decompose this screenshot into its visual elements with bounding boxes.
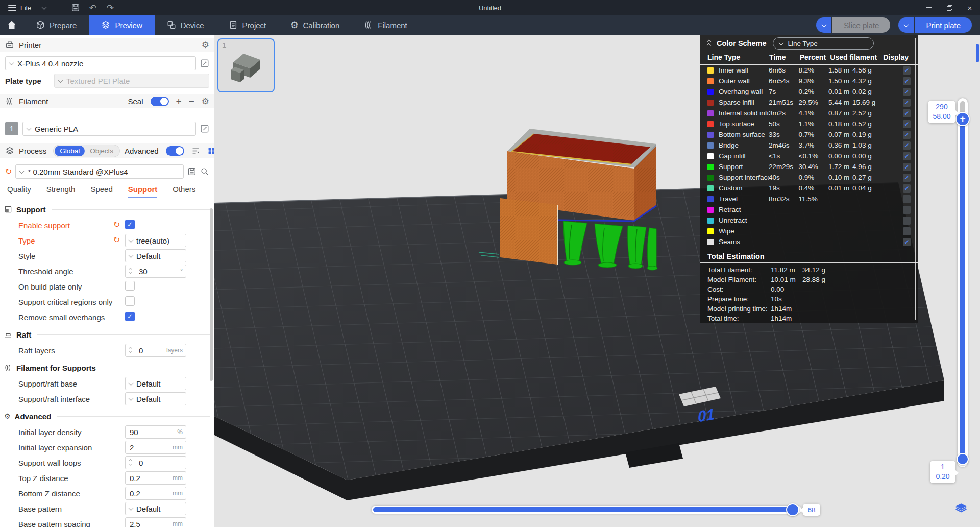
support-interface-display-checkbox[interactable]: ✓ xyxy=(903,174,911,182)
process-grid-icon[interactable] xyxy=(207,147,214,155)
step-slider-handle[interactable] xyxy=(786,503,799,516)
field-value: 0.2 xyxy=(126,489,140,498)
sparse-infill-display-checkbox[interactable]: ✓ xyxy=(903,99,911,107)
project-icon xyxy=(229,20,238,30)
tab-device[interactable]: Device xyxy=(155,15,216,35)
reset-icon[interactable]: ↻ xyxy=(113,221,120,229)
tab-filament[interactable]: Filament xyxy=(352,15,420,35)
support-raft-base-select[interactable]: Default xyxy=(125,377,186,390)
spin-arrows[interactable] xyxy=(126,347,135,353)
print-plate-button[interactable]: Print plate xyxy=(915,17,972,33)
file-menu-chevron[interactable] xyxy=(37,2,52,13)
on-build-plate-only-checkbox[interactable] xyxy=(125,281,135,291)
view-mode-select[interactable]: Line Type xyxy=(773,37,874,50)
top-z-distance-input[interactable]: 0.2mm xyxy=(125,471,186,485)
filament-slot-badge[interactable]: 1 xyxy=(5,122,18,135)
filament-edit-icon[interactable] xyxy=(200,124,209,133)
plate-thumbnail[interactable]: 1 xyxy=(217,38,275,92)
tab-prepare[interactable]: Prepare xyxy=(23,15,89,35)
restore-button[interactable] xyxy=(939,0,960,15)
spin-arrows[interactable] xyxy=(126,268,135,274)
layer-slider-bottom-handle[interactable] xyxy=(957,453,969,465)
undo-button[interactable]: ↶ xyxy=(86,2,100,13)
filament-settings-gear-icon[interactable]: ⚙ xyxy=(202,97,209,106)
overhang-wall-display-checkbox[interactable]: ✓ xyxy=(903,88,911,96)
reset-icon[interactable]: ↻ xyxy=(113,236,120,244)
support-wall-loops-stepper[interactable]: 0 xyxy=(125,456,186,469)
printer-edit-icon[interactable] xyxy=(200,59,209,68)
scope-objects[interactable]: Objects xyxy=(85,146,118,156)
process-reset-icon[interactable]: ↻ xyxy=(5,167,12,176)
redo-button[interactable]: ↷ xyxy=(103,2,117,13)
support-display-checkbox[interactable]: ✓ xyxy=(903,163,911,171)
process-tab-support[interactable]: Support xyxy=(128,185,158,198)
bottom-z-distance-input[interactable]: 0.2mm xyxy=(125,487,186,500)
print-plate-dropdown[interactable] xyxy=(898,17,914,33)
printed-model[interactable] xyxy=(479,129,657,270)
inner-wall-display-checkbox[interactable]: ✓ xyxy=(903,66,911,75)
printer-settings-gear-icon[interactable]: ⚙ xyxy=(202,41,209,50)
outer-wall-display-checkbox[interactable]: ✓ xyxy=(903,77,911,85)
support-raft-interface-select[interactable]: Default xyxy=(125,392,186,405)
tab-calibration[interactable]: ⚙Calibration xyxy=(278,15,352,35)
step-slider[interactable]: 68 xyxy=(372,506,801,514)
filament-preset-select[interactable]: Generic PLA xyxy=(22,122,196,136)
base-pattern-spacing-input[interactable]: 2.5mm xyxy=(125,517,186,527)
slice-plate-dropdown[interactable] xyxy=(816,17,831,33)
percent-value: 11.5% xyxy=(799,195,828,203)
spin-arrows[interactable] xyxy=(126,460,135,466)
custom-display-checkbox[interactable]: ✓ xyxy=(903,184,911,193)
initial-layer-expansion-input[interactable]: 2mm xyxy=(125,441,186,454)
style-select[interactable]: Default xyxy=(125,249,186,262)
seams-display-checkbox[interactable]: ✓ xyxy=(903,238,911,246)
threshold-angle-stepper[interactable]: 30° xyxy=(125,265,186,278)
panel-scrollbar[interactable] xyxy=(210,208,213,381)
seal-toggle[interactable] xyxy=(151,97,169,106)
base-pattern-select[interactable]: Default xyxy=(125,502,186,515)
save-button[interactable] xyxy=(68,2,83,13)
bridge-display-checkbox[interactable]: ✓ xyxy=(903,141,911,150)
viewport-scrollbar[interactable] xyxy=(976,44,979,62)
enable-support-checkbox[interactable]: ✓ xyxy=(125,220,135,229)
advanced-mode-toggle[interactable] xyxy=(166,146,184,156)
file-menu[interactable]: File xyxy=(5,3,34,13)
home-button[interactable] xyxy=(0,15,23,35)
layer-range-slider[interactable]: + xyxy=(958,98,968,467)
plate-type-select[interactable]: Textured PEI Plate xyxy=(54,74,209,88)
unretract-display-checkbox[interactable]: ✓ xyxy=(903,217,911,225)
scope-global[interactable]: Global xyxy=(55,146,85,156)
save-preset-icon[interactable] xyxy=(187,167,197,176)
minimize-button[interactable] xyxy=(919,0,939,15)
legend-row-retract: Retract✓ xyxy=(700,204,918,215)
remove-filament-button[interactable]: − xyxy=(189,97,194,106)
initial-layer-density-input[interactable]: 90% xyxy=(125,425,186,439)
close-button[interactable]: × xyxy=(960,0,980,15)
process-tab-strength[interactable]: Strength xyxy=(46,185,76,198)
raft-layers-stepper[interactable]: 0layers xyxy=(125,344,186,357)
tab-project[interactable]: Project xyxy=(216,15,279,35)
travel-display-checkbox[interactable]: ✓ xyxy=(903,195,911,203)
internal-solid-infill-display-checkbox[interactable]: ✓ xyxy=(903,109,911,117)
process-tab-speed[interactable]: Speed xyxy=(90,185,112,198)
bottom-surface-display-checkbox[interactable]: ✓ xyxy=(903,131,911,139)
process-tab-quality[interactable]: Quality xyxy=(7,185,31,198)
tab-preview[interactable]: Preview xyxy=(89,15,154,35)
wipe-display-checkbox[interactable]: ✓ xyxy=(903,227,911,235)
top-surface-display-checkbox[interactable]: ✓ xyxy=(903,120,911,128)
viewport-3d[interactable]: 01 xyxy=(214,35,980,527)
add-filament-button[interactable]: + xyxy=(176,97,182,106)
process-preset-select[interactable]: * 0.20mm Standard @XPlus4 xyxy=(15,164,184,179)
legend-scrollbar[interactable] xyxy=(915,38,916,320)
layers-icon[interactable] xyxy=(952,501,970,520)
retract-display-checkbox[interactable]: ✓ xyxy=(903,206,911,214)
type-select[interactable]: tree(auto) xyxy=(125,234,186,247)
collapse-panel-icon[interactable] xyxy=(707,40,710,47)
parameter-list-icon[interactable] xyxy=(191,147,200,155)
slice-plate-button[interactable]: Slice plate xyxy=(832,17,890,33)
remove-small-overhangs-checkbox[interactable]: ✓ xyxy=(125,312,135,321)
search-icon[interactable] xyxy=(200,167,209,176)
process-tab-others[interactable]: Others xyxy=(173,185,195,198)
gap-infill-display-checkbox[interactable]: ✓ xyxy=(903,152,911,160)
support-critical-regions-only-checkbox[interactable] xyxy=(125,296,135,306)
printer-preset-select[interactable]: X-Plus 4 0.4 nozzle xyxy=(5,56,196,70)
